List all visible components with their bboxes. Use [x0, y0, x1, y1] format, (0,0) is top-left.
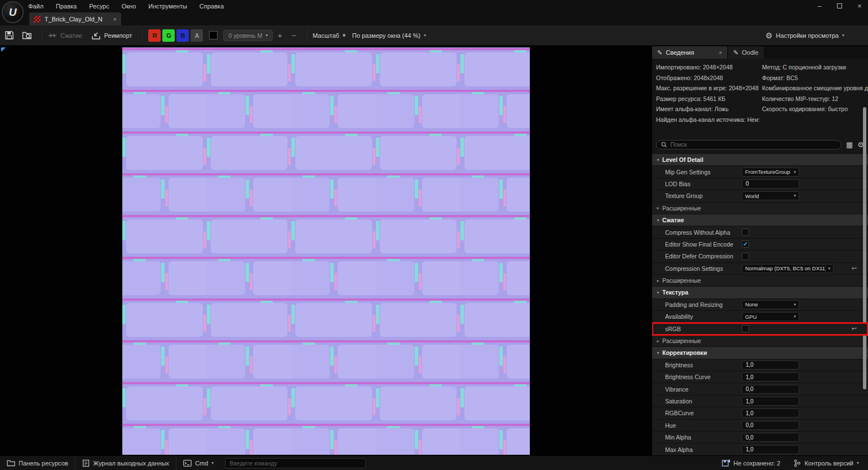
- tab-oodle[interactable]: ✎ Oodle: [728, 46, 764, 59]
- srgb-reset-button[interactable]: ↩: [852, 325, 857, 332]
- info-line: Комбинированное смещение уровня д: [762, 83, 868, 94]
- save-button[interactable]: [0, 30, 18, 40]
- menu-bar: ФайлПравкаРесурсОкноИнструментыСправка: [28, 0, 224, 12]
- menu-item-row[interactable]: Ресурс: [89, 3, 109, 10]
- info-line: Размер ресурса: 5461 КБ: [656, 94, 762, 104]
- advanced-label: Расширенные: [662, 277, 701, 284]
- zoom-slider-handle[interactable]: [343, 34, 346, 37]
- mip-plus-button[interactable]: +: [273, 30, 287, 40]
- property-label: Availability: [652, 313, 742, 320]
- unsaved-changes-button[interactable]: ✱ Не сохранено: 2: [715, 456, 787, 470]
- tab-close-icon[interactable]: ×: [113, 16, 117, 23]
- search-box[interactable]: [656, 140, 842, 150]
- property-label: Brightness: [652, 362, 742, 368]
- fit-dropdown[interactable]: По размеру окна (44 %) ▾: [352, 32, 426, 39]
- mip-level-dropdown[interactable]: 0 уровень М ▾: [223, 30, 273, 41]
- menu-item-row[interactable]: Файл: [28, 3, 43, 10]
- channel-b-button[interactable]: B: [176, 29, 189, 42]
- min-alpha-input[interactable]: 0,0: [742, 433, 799, 442]
- folder-search-icon: [22, 30, 33, 40]
- advanced-row[interactable]: ▸Расширенные: [652, 203, 868, 214]
- channel-a-button[interactable]: A: [191, 29, 203, 42]
- status-bar-right: ✱ Не сохранено: 2 Контроль версий ▾: [715, 456, 868, 470]
- chevron-down-icon: ▾: [794, 170, 796, 174]
- category-row[interactable]: ▾Текстура: [652, 287, 868, 298]
- property-row-mip-gen-settings: Mip Gen SettingsFromTextureGroup▾: [652, 166, 868, 178]
- texture-group-dropdown[interactable]: World▾: [742, 191, 799, 200]
- property-row-availability: AvailabilityGPU▾: [652, 311, 868, 323]
- max-alpha-input[interactable]: 1,0: [742, 445, 799, 454]
- property-value: ↩: [742, 325, 868, 332]
- mip-gen-settings-dropdown[interactable]: FromTextureGroup▾: [742, 168, 799, 177]
- saturation-input[interactable]: 1,0: [742, 397, 799, 406]
- unreal-texture-editor: { "menu": { "items": ["Файл", "Правка", …: [0, 0, 868, 470]
- property-row-brightness: Brightness1,0: [652, 359, 868, 371]
- svg-text:✱: ✱: [728, 459, 730, 464]
- menu-item-row[interactable]: Справка: [200, 3, 224, 10]
- brightness-input[interactable]: 1,0: [742, 361, 799, 370]
- property-label: Brightness Curve: [652, 374, 742, 380]
- unreal-logo-icon[interactable]: U: [2, 1, 24, 23]
- menu-item-row[interactable]: Окно: [122, 3, 136, 10]
- texture-viewport[interactable]: [0, 46, 652, 455]
- display-filter-icon[interactable]: ▦: [846, 140, 853, 149]
- advanced-row[interactable]: ▸Расширенные: [652, 275, 868, 287]
- property-label: Hue: [652, 422, 742, 429]
- close-button[interactable]: ×: [856, 2, 863, 10]
- availability-dropdown[interactable]: GPU▾: [742, 312, 799, 321]
- property-label: Compression Settings: [652, 265, 742, 272]
- channel-r-button[interactable]: R: [148, 29, 161, 42]
- compress-button[interactable]: Сжатие: [48, 32, 82, 39]
- property-label: Editor Defer Compression: [652, 253, 742, 260]
- window-controls: – ×: [816, 0, 863, 12]
- minimize-button[interactable]: –: [816, 2, 823, 10]
- save-asterisk-icon: ✱: [721, 459, 730, 467]
- chevron-down-icon: ▾: [842, 33, 844, 38]
- normal-map-texture-preview[interactable]: [122, 47, 530, 455]
- source-control-branch-icon: [794, 459, 801, 467]
- chevron-down-icon: ▾: [794, 194, 796, 198]
- source-control-dropdown[interactable]: Контроль версий ▾: [787, 456, 868, 470]
- category-row[interactable]: ▾Сжатие: [652, 214, 868, 226]
- asset-tab[interactable]: T_Brick_Clay_Old_N ×: [29, 12, 121, 25]
- chevron-down-icon: ▾: [265, 33, 268, 38]
- browse-to-asset-button[interactable]: [18, 30, 36, 40]
- compress-without-alpha-checkbox[interactable]: [742, 229, 749, 236]
- search-input[interactable]: [670, 141, 836, 148]
- menu-item-row[interactable]: Правка: [56, 3, 77, 10]
- compression-settings-reset-button[interactable]: ↩: [852, 265, 857, 272]
- srgb-checkbox[interactable]: [742, 325, 749, 332]
- mip-minus-button[interactable]: −: [287, 30, 301, 40]
- property-label: Max Alpha: [652, 446, 742, 453]
- channel-g-button[interactable]: G: [162, 29, 175, 42]
- reimport-button[interactable]: Реимпорт: [91, 31, 132, 40]
- tab-details[interactable]: ✎ Сведения ×: [652, 46, 727, 59]
- editor-show-final-encode-checkbox[interactable]: ✓: [742, 240, 749, 248]
- advanced-row[interactable]: ▸Расширенные: [652, 335, 868, 347]
- category-level-of-detail[interactable]: ▾Level Of Detail: [652, 154, 868, 166]
- output-log-button[interactable]: Журнал выходных данных: [76, 456, 176, 470]
- brightness-curve-input[interactable]: 1,0: [742, 372, 799, 381]
- property-value: GPU▾: [742, 312, 868, 321]
- lod-bias-input[interactable]: 0: [742, 179, 799, 188]
- content-drawer-button[interactable]: Панель ресурсов: [0, 456, 76, 470]
- rgbcurve-input[interactable]: 1,0: [742, 408, 799, 418]
- details-scrollbar[interactable]: [863, 107, 866, 389]
- category-row[interactable]: ▾Корректировки: [652, 347, 868, 359]
- cmd-dropdown[interactable]: Cmd ▾: [176, 456, 220, 470]
- editor-defer-compression-checkbox[interactable]: [742, 253, 749, 260]
- tab-close-icon[interactable]: ×: [719, 50, 722, 56]
- vibrance-input[interactable]: 0,0: [742, 385, 799, 394]
- toolbar-separator: [142, 29, 143, 42]
- compression-settings-dropdown[interactable]: Normalmap (DXT5, BC5 on DX11)▾: [742, 264, 834, 273]
- property-value: 1,0: [742, 361, 868, 370]
- restore-button[interactable]: [837, 3, 842, 8]
- background-color-swatch[interactable]: [209, 31, 218, 39]
- console-command-input[interactable]: [225, 458, 366, 468]
- chevron-down-icon: ▾: [654, 157, 662, 162]
- view-settings-dropdown[interactable]: ⚙ Настройки просмотра ▾: [765, 31, 844, 40]
- property-row-rgbcurve: RGBCurve1,0: [652, 407, 868, 419]
- menu-item-row[interactable]: Инструменты: [148, 3, 187, 10]
- padding-and-resizing-dropdown[interactable]: None▾: [742, 300, 799, 309]
- hue-input[interactable]: 0,0: [742, 421, 799, 430]
